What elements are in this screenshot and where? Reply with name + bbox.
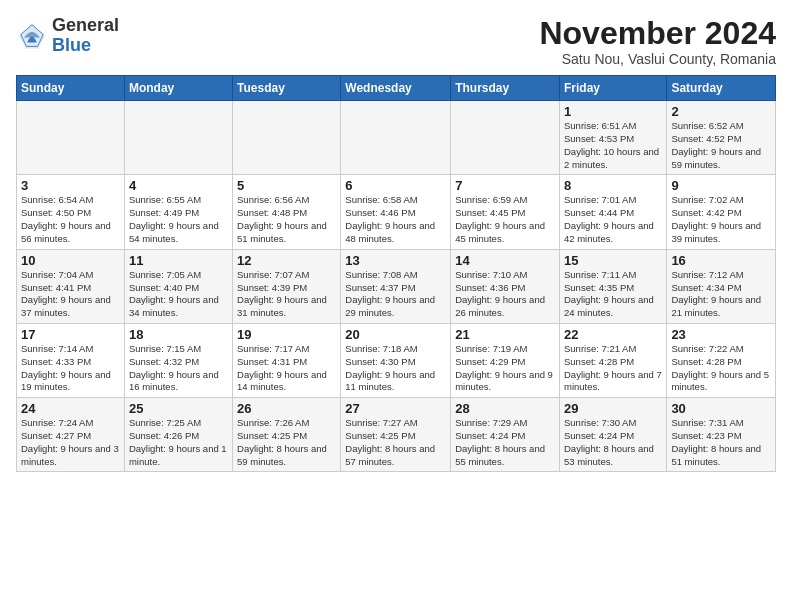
day-number: 19	[237, 327, 336, 342]
day-info: Sunrise: 7:10 AM Sunset: 4:36 PM Dayligh…	[455, 269, 555, 320]
day-number: 6	[345, 178, 446, 193]
calendar-body: 1Sunrise: 6:51 AM Sunset: 4:53 PM Daylig…	[17, 101, 776, 472]
header-sunday: Sunday	[17, 76, 125, 101]
calendar-week-1: 1Sunrise: 6:51 AM Sunset: 4:53 PM Daylig…	[17, 101, 776, 175]
header: General Blue November 2024 Satu Nou, Vas…	[16, 16, 776, 67]
calendar-cell: 28Sunrise: 7:29 AM Sunset: 4:24 PM Dayli…	[451, 398, 560, 472]
logo-general: General	[52, 15, 119, 35]
day-number: 27	[345, 401, 446, 416]
calendar-cell: 15Sunrise: 7:11 AM Sunset: 4:35 PM Dayli…	[559, 249, 666, 323]
day-info: Sunrise: 7:18 AM Sunset: 4:30 PM Dayligh…	[345, 343, 446, 394]
day-info: Sunrise: 7:27 AM Sunset: 4:25 PM Dayligh…	[345, 417, 446, 468]
calendar-cell: 19Sunrise: 7:17 AM Sunset: 4:31 PM Dayli…	[233, 323, 341, 397]
day-info: Sunrise: 7:04 AM Sunset: 4:41 PM Dayligh…	[21, 269, 120, 320]
day-info: Sunrise: 6:51 AM Sunset: 4:53 PM Dayligh…	[564, 120, 662, 171]
day-info: Sunrise: 7:12 AM Sunset: 4:34 PM Dayligh…	[671, 269, 771, 320]
calendar-week-3: 10Sunrise: 7:04 AM Sunset: 4:41 PM Dayli…	[17, 249, 776, 323]
calendar-cell: 29Sunrise: 7:30 AM Sunset: 4:24 PM Dayli…	[559, 398, 666, 472]
day-info: Sunrise: 7:07 AM Sunset: 4:39 PM Dayligh…	[237, 269, 336, 320]
day-info: Sunrise: 6:59 AM Sunset: 4:45 PM Dayligh…	[455, 194, 555, 245]
day-number: 9	[671, 178, 771, 193]
day-number: 23	[671, 327, 771, 342]
day-info: Sunrise: 7:02 AM Sunset: 4:42 PM Dayligh…	[671, 194, 771, 245]
calendar-cell: 18Sunrise: 7:15 AM Sunset: 4:32 PM Dayli…	[124, 323, 232, 397]
day-number: 1	[564, 104, 662, 119]
day-info: Sunrise: 7:24 AM Sunset: 4:27 PM Dayligh…	[21, 417, 120, 468]
day-number: 28	[455, 401, 555, 416]
calendar-cell: 23Sunrise: 7:22 AM Sunset: 4:28 PM Dayli…	[667, 323, 776, 397]
header-monday: Monday	[124, 76, 232, 101]
logo-text: General Blue	[52, 16, 119, 56]
calendar-header: Sunday Monday Tuesday Wednesday Thursday…	[17, 76, 776, 101]
logo-blue: Blue	[52, 35, 91, 55]
calendar-cell	[17, 101, 125, 175]
calendar-cell: 26Sunrise: 7:26 AM Sunset: 4:25 PM Dayli…	[233, 398, 341, 472]
calendar-cell: 7Sunrise: 6:59 AM Sunset: 4:45 PM Daylig…	[451, 175, 560, 249]
calendar-cell: 9Sunrise: 7:02 AM Sunset: 4:42 PM Daylig…	[667, 175, 776, 249]
calendar-week-4: 17Sunrise: 7:14 AM Sunset: 4:33 PM Dayli…	[17, 323, 776, 397]
day-info: Sunrise: 7:14 AM Sunset: 4:33 PM Dayligh…	[21, 343, 120, 394]
calendar-cell: 24Sunrise: 7:24 AM Sunset: 4:27 PM Dayli…	[17, 398, 125, 472]
month-title: November 2024	[539, 16, 776, 51]
day-info: Sunrise: 7:11 AM Sunset: 4:35 PM Dayligh…	[564, 269, 662, 320]
day-number: 21	[455, 327, 555, 342]
day-info: Sunrise: 7:19 AM Sunset: 4:29 PM Dayligh…	[455, 343, 555, 394]
calendar-week-2: 3Sunrise: 6:54 AM Sunset: 4:50 PM Daylig…	[17, 175, 776, 249]
calendar-cell: 13Sunrise: 7:08 AM Sunset: 4:37 PM Dayli…	[341, 249, 451, 323]
day-number: 13	[345, 253, 446, 268]
calendar-cell: 1Sunrise: 6:51 AM Sunset: 4:53 PM Daylig…	[559, 101, 666, 175]
location: Satu Nou, Vaslui County, Romania	[539, 51, 776, 67]
header-tuesday: Tuesday	[233, 76, 341, 101]
day-number: 14	[455, 253, 555, 268]
day-number: 16	[671, 253, 771, 268]
header-friday: Friday	[559, 76, 666, 101]
calendar: Sunday Monday Tuesday Wednesday Thursday…	[16, 75, 776, 472]
day-number: 4	[129, 178, 228, 193]
day-number: 7	[455, 178, 555, 193]
day-info: Sunrise: 6:52 AM Sunset: 4:52 PM Dayligh…	[671, 120, 771, 171]
logo: General Blue	[16, 16, 119, 56]
calendar-cell: 27Sunrise: 7:27 AM Sunset: 4:25 PM Dayli…	[341, 398, 451, 472]
calendar-cell: 6Sunrise: 6:58 AM Sunset: 4:46 PM Daylig…	[341, 175, 451, 249]
day-info: Sunrise: 7:05 AM Sunset: 4:40 PM Dayligh…	[129, 269, 228, 320]
day-info: Sunrise: 6:55 AM Sunset: 4:49 PM Dayligh…	[129, 194, 228, 245]
day-info: Sunrise: 7:21 AM Sunset: 4:28 PM Dayligh…	[564, 343, 662, 394]
day-info: Sunrise: 6:56 AM Sunset: 4:48 PM Dayligh…	[237, 194, 336, 245]
day-info: Sunrise: 7:15 AM Sunset: 4:32 PM Dayligh…	[129, 343, 228, 394]
calendar-cell: 11Sunrise: 7:05 AM Sunset: 4:40 PM Dayli…	[124, 249, 232, 323]
calendar-cell: 4Sunrise: 6:55 AM Sunset: 4:49 PM Daylig…	[124, 175, 232, 249]
day-number: 29	[564, 401, 662, 416]
calendar-cell: 21Sunrise: 7:19 AM Sunset: 4:29 PM Dayli…	[451, 323, 560, 397]
calendar-week-5: 24Sunrise: 7:24 AM Sunset: 4:27 PM Dayli…	[17, 398, 776, 472]
day-number: 3	[21, 178, 120, 193]
day-info: Sunrise: 6:58 AM Sunset: 4:46 PM Dayligh…	[345, 194, 446, 245]
day-number: 5	[237, 178, 336, 193]
header-thursday: Thursday	[451, 76, 560, 101]
day-number: 30	[671, 401, 771, 416]
header-wednesday: Wednesday	[341, 76, 451, 101]
calendar-cell: 22Sunrise: 7:21 AM Sunset: 4:28 PM Dayli…	[559, 323, 666, 397]
day-info: Sunrise: 7:29 AM Sunset: 4:24 PM Dayligh…	[455, 417, 555, 468]
calendar-cell	[341, 101, 451, 175]
day-number: 18	[129, 327, 228, 342]
calendar-cell	[233, 101, 341, 175]
day-number: 17	[21, 327, 120, 342]
calendar-cell	[124, 101, 232, 175]
day-number: 8	[564, 178, 662, 193]
header-saturday: Saturday	[667, 76, 776, 101]
day-number: 11	[129, 253, 228, 268]
day-info: Sunrise: 7:26 AM Sunset: 4:25 PM Dayligh…	[237, 417, 336, 468]
day-number: 22	[564, 327, 662, 342]
calendar-cell: 10Sunrise: 7:04 AM Sunset: 4:41 PM Dayli…	[17, 249, 125, 323]
day-info: Sunrise: 7:01 AM Sunset: 4:44 PM Dayligh…	[564, 194, 662, 245]
calendar-cell: 12Sunrise: 7:07 AM Sunset: 4:39 PM Dayli…	[233, 249, 341, 323]
calendar-cell	[451, 101, 560, 175]
calendar-cell: 17Sunrise: 7:14 AM Sunset: 4:33 PM Dayli…	[17, 323, 125, 397]
calendar-cell: 14Sunrise: 7:10 AM Sunset: 4:36 PM Dayli…	[451, 249, 560, 323]
calendar-cell: 25Sunrise: 7:25 AM Sunset: 4:26 PM Dayli…	[124, 398, 232, 472]
day-number: 25	[129, 401, 228, 416]
calendar-cell: 5Sunrise: 6:56 AM Sunset: 4:48 PM Daylig…	[233, 175, 341, 249]
day-info: Sunrise: 7:30 AM Sunset: 4:24 PM Dayligh…	[564, 417, 662, 468]
page: General Blue November 2024 Satu Nou, Vas…	[0, 0, 792, 612]
calendar-cell: 30Sunrise: 7:31 AM Sunset: 4:23 PM Dayli…	[667, 398, 776, 472]
